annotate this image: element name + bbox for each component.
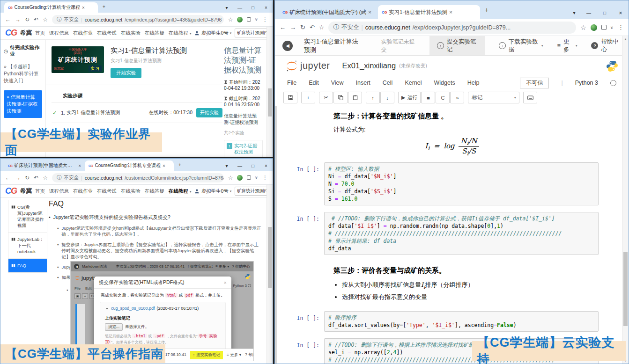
move-cell-up-button[interactable]: ↑ [366,92,380,103]
browse-button[interactable]: 浏览... [105,323,123,331]
scrollbar[interactable] [266,27,273,157]
nav-tutorial[interactable]: 在线教程 ▾ [169,30,191,36]
url-field[interactable]: ⓘ 不安全 | course.educg.net/exp/doexpJupyte… [328,22,576,34]
scrollbar-thumb[interactable] [623,252,628,326]
submit-notes-button[interactable]: ↑ 提交实验笔记 [429,36,485,55]
extensions-chevron-icon[interactable]: » [609,26,615,29]
code-cell-input-data[interactable]: In [ ]: # 模型区: 输入数据Ni = df_data['$N_i$']… [277,162,622,205]
tab-close-icon[interactable]: × [368,9,371,15]
undo-icon[interactable]: ↶ [310,24,315,31]
code-cell-todo-formula[interactable]: In [ ]: # //TODO: 删除下行语句，换成你自己的计算公式，获得Ii… [277,212,622,255]
cut-cell-button[interactable]: ✂ [319,92,333,103]
tab-coursegrading[interactable]: CG CourseGrading:计算机专业课程 × [4,2,98,13]
nav-course-info[interactable]: 课程信息 [49,188,69,195]
download-manager-icon[interactable] [237,17,243,22]
restart-run-all-button[interactable]: » [450,92,464,103]
tab-group-icon[interactable] [247,17,251,22]
star-icon[interactable]: ☆ [580,24,586,31]
menu-edit[interactable]: Edit [309,80,319,86]
minimize-button[interactable]: — [581,7,597,19]
uploaded-file-link[interactable]: cug_spod_0s_8100.pdf [111,306,155,311]
run-cell-button[interactable]: ▶运行 [398,92,421,103]
interrupt-kernel-button[interactable]: ■ [421,92,435,103]
cell-type-select[interactable]: 标记 ▾ [468,92,519,103]
command-palette-button[interactable] [523,92,537,103]
tab-list-chevron-icon[interactable]: ▾ [220,161,233,171]
help-center-button[interactable]: ? 帮助中心 [591,38,621,54]
back-icon[interactable]: ← [280,24,286,31]
start-experiment-button[interactable]: 开始实验 [111,68,141,78]
info-icon[interactable]: ⓘ [57,175,62,181]
save-button[interactable] [283,92,297,103]
maximize-button[interactable]: □ [597,7,613,19]
menu-help[interactable]: Help [467,80,480,86]
back-circle-icon[interactable]: ◀ [282,41,293,51]
nav-course-info[interactable]: 课程信息 [49,30,69,36]
start-experiment-row-button[interactable]: 开始实验 [196,108,222,117]
reload-icon[interactable]: ↻ [25,16,30,23]
scrollbar-thumb[interactable] [268,88,272,116]
scrollbar[interactable]: ▲ ▼ [622,36,629,364]
markdown-cell-step3[interactable]: 第三步：评价各变量与成矿的关系。 按从大到小顺序将找矿信息量Ii排序（分组排序）… [333,266,622,302]
tab-list-chevron-icon[interactable]: ▾ [220,3,233,13]
menu-kebab-icon[interactable]: ⋮ [618,24,624,31]
sidebar-item-faq[interactable]: FAQ [8,259,47,272]
close-icon[interactable]: × [224,280,227,285]
reload-icon[interactable]: ↻ [25,175,30,181]
experiment-list-item-2[interactable]: 1 实习2-证据权法预测 [224,140,263,157]
notebook-filename[interactable]: Ex01_xinxiliang [342,61,396,70]
extensions-chevron-icon[interactable]: » [254,18,259,21]
forward-icon[interactable]: → [15,175,21,181]
star-icon[interactable]: ☆ [228,16,233,23]
scroll-up-icon[interactable]: ▲ [622,37,629,41]
code-editor[interactable]: # //TODO: 删除下行语句，换成你自己的计算公式，获得Ii值存储于 df_… [324,212,599,255]
extensions-chevron-icon[interactable]: » [254,176,259,179]
nav-qa[interactable]: 在线答疑 [145,30,164,36]
menu-widgets[interactable]: Widgets [434,80,455,86]
undo-icon[interactable]: ↶ [34,175,38,181]
close-button[interactable]: × [259,3,273,13]
maximize-button[interactable]: □ [246,161,259,171]
download-manager-icon[interactable] [591,24,597,31]
minimize-button[interactable]: — [233,161,246,171]
scrollbar-thumb[interactable] [268,227,272,288]
new-tab-button[interactable]: + [174,162,186,167]
nav-tutorial-active[interactable]: 在线教程 ▾ [169,188,191,195]
nav-homework[interactable]: 在线作业 [73,30,93,36]
close-button[interactable]: × [613,7,629,19]
tab-kuangchuang[interactable]: CG 矿床统计预测(中国地质大学) (武 × [279,5,378,19]
copy-cell-button[interactable] [333,92,348,103]
tab-kuangchuang[interactable]: CG 矿床统计预测(中国地质大学) (武 × [4,160,85,171]
info-icon[interactable]: ⓘ [57,16,62,23]
info-icon[interactable]: ⓘ [333,23,339,31]
reload-icon[interactable]: ↻ [300,24,305,31]
sidebar-item-info-prediction[interactable]: » 信息量计算法预测-证据权法预测 [4,90,42,118]
menu-kernel[interactable]: Kernel [405,80,422,86]
tab-coursegrading[interactable]: CG CourseGrading:计算机专业课程 × [85,160,174,171]
sidebar-item-jupyter-video[interactable]: CG(希冀)Jupyter笔记界面及操作视频 [8,200,47,233]
code-cell-sort[interactable]: In [ ]: # 降序排序df_data.sort_values(by=['T… [277,311,622,332]
new-tab-button[interactable]: + [98,4,110,9]
bookmark-star-icon[interactable]: ☆ [43,175,48,181]
url-field[interactable]: ⓘ 不安全 | course.educg.net/customizedColum… [52,173,224,182]
markdown-cell-step2[interactable]: 第二步：计算各变量的找矿信息量 。 计算公式为: Ii = log Ni/N S… [333,112,622,157]
bookmark-star-icon[interactable]: ☆ [319,24,325,31]
bookmark-star-icon[interactable]: ☆ [43,16,48,23]
user-menu[interactable]: 虚拟学生0号▾ [194,30,231,36]
add-cell-button[interactable]: + [301,92,315,103]
maximize-button[interactable]: □ [246,3,259,13]
undo-icon[interactable]: ↶ [34,16,38,23]
restart-kernel-button[interactable]: C [436,92,450,103]
back-icon[interactable]: ← [5,175,11,181]
download-manager-icon[interactable] [237,175,243,181]
nav-qa[interactable]: 在线答疑 [145,188,164,195]
tab-close-icon[interactable]: × [78,163,81,168]
url-field[interactable]: ⓘ 不安全 | course.educg.net/exp/index.jsp?a… [52,15,224,24]
scrollbar[interactable] [266,185,273,364]
more-button[interactable]: ≡ 更多 ▾ [557,38,577,54]
move-cell-down-button[interactable]: ↓ [380,92,394,103]
code-editor[interactable]: # 降序排序df_data.sort_values(by=['Type', '$… [324,311,599,332]
new-tab-button[interactable]: + [480,6,493,14]
nav-homework[interactable]: 在线作业 [73,188,93,195]
forward-icon[interactable]: → [290,24,296,31]
